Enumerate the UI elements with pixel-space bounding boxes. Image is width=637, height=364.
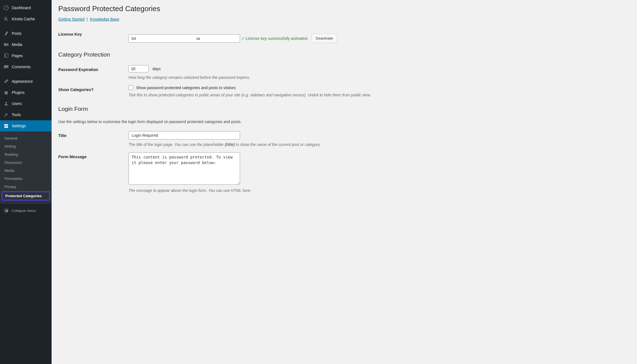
users-icon [3,101,9,106]
license-key-input[interactable] [129,34,240,43]
svg-rect-8 [5,124,5,125]
sidebar-item-tools[interactable]: Tools [0,109,52,120]
sidebar-item-label: Kinsta Cache [12,17,35,21]
help-links: Getting Started | Knowledge Base [58,17,630,21]
sidebar-item-pages[interactable]: Pages [0,50,52,61]
sidebar-item-posts[interactable]: Posts [0,28,52,39]
submenu-item-permalinks[interactable]: Permalinks [0,175,52,183]
collapse-menu[interactable]: ◀ Collapse menu [0,204,52,217]
brush-icon [3,79,9,84]
password-expiration-unit: days [152,67,161,71]
show-categories-checkbox[interactable] [129,85,133,90]
show-categories-label: Show Categories? [58,85,129,92]
sidebar-item-label: Appearance [12,79,33,84]
sidebar-item-label: Plugins [12,90,25,95]
section-category-protection: Category Protection [58,51,630,58]
submenu-item-media[interactable]: Media [0,167,52,175]
form-message-label: Form Message [58,152,129,159]
sidebar-item-media[interactable]: Media [0,39,52,50]
dashboard-icon [3,5,9,11]
sidebar-item-comments[interactable]: Comments [0,61,52,72]
collapse-label: Collapse menu [12,209,36,213]
link-getting-started[interactable]: Getting Started [58,17,84,21]
license-key-label: License Key [58,30,129,36]
admin-sidebar: Dashboard K Kinsta Cache Posts Media Pag… [0,0,52,364]
password-expiration-input[interactable] [129,65,149,72]
title-desc: The title of the login page. You can use… [129,142,630,147]
wrench-icon [3,112,9,118]
settings-icon [3,123,9,129]
sidebar-item-label: Comments [12,65,31,69]
submenu-item-reading[interactable]: Reading [0,150,52,158]
sidebar-item-appearance[interactable]: Appearance [0,76,52,87]
page-title: Password Protected Categories [58,4,630,13]
submenu-item-writing[interactable]: Writing [0,142,52,150]
sidebar-item-label: Posts [12,31,21,36]
sidebar-item-label: Pages [12,53,23,58]
sidebar-item-kinsta-cache[interactable]: K Kinsta Cache [0,13,52,25]
title-input[interactable] [129,131,240,140]
password-expiration-label: Password Expiration [58,65,129,72]
main-content: Password Protected Categories Getting St… [52,0,637,364]
deactivate-button[interactable]: Deactivate [312,34,337,43]
svg-rect-1 [4,43,7,46]
section-login-form: Login Form [58,106,630,112]
password-expiration-desc: How long the category remains unlocked b… [129,75,630,80]
submenu-item-general[interactable]: General [0,134,52,142]
sidebar-item-plugins[interactable]: Plugins [0,87,52,98]
sidebar-item-label: Tools [12,113,21,117]
sidebar-item-label: Users [12,101,22,106]
title-label: Title [58,131,129,138]
form-message-textarea[interactable] [129,152,240,185]
svg-rect-9 [7,125,8,127]
media-icon [3,42,9,47]
sidebar-item-dashboard[interactable]: Dashboard [0,2,52,13]
sidebar-item-label: Media [12,42,22,47]
svg-rect-10 [6,127,6,128]
settings-submenu: General Writing Reading Discussion Media… [0,131,52,204]
submenu-item-privacy[interactable]: Privacy [0,183,52,191]
kinsta-icon: K [3,16,9,22]
pages-icon [3,53,9,58]
plug-icon [3,90,9,95]
submenu-item-discussion[interactable]: Discussion [0,158,52,167]
license-status-text: ✓ License key successfully activated. [241,36,308,41]
pushpin-icon [3,31,9,36]
login-form-desc: Use the settings below to customise the … [58,119,630,124]
sidebar-item-users[interactable]: Users [0,98,52,109]
svg-rect-3 [5,53,8,57]
show-categories-desc: Tick this to show protected categories i… [129,93,630,97]
sidebar-item-settings[interactable]: Settings [0,120,52,131]
svg-point-4 [5,102,7,104]
comments-icon [3,64,9,70]
form-message-desc: The message to appear above the login fo… [129,188,630,193]
submenu-item-protected-categories[interactable]: Protected Categories [2,191,50,201]
sidebar-item-label: Settings [12,124,26,128]
collapse-icon: ◀ [3,208,9,213]
link-knowledge-base[interactable]: Knowledge Base [90,17,119,21]
sidebar-item-label: Dashboard [12,6,31,10]
show-categories-checkbox-label: Show password protected categories and p… [136,85,236,90]
